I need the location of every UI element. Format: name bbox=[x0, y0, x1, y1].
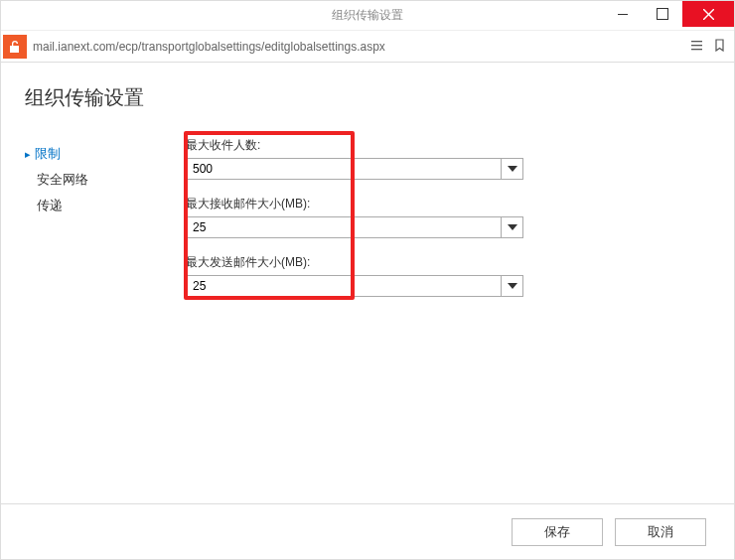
field-max-send-size: 最大发送邮件大小(MB): bbox=[186, 254, 710, 297]
dropdown-max-receive-size[interactable] bbox=[502, 216, 523, 238]
maximize-button[interactable] bbox=[643, 1, 682, 27]
minimize-button[interactable] bbox=[603, 1, 643, 27]
window-title: 组织传输设置 bbox=[332, 7, 403, 24]
label-max-recipients: 最大收件人数: bbox=[186, 137, 710, 154]
page-title: 组织传输设置 bbox=[25, 84, 710, 111]
unlock-icon bbox=[9, 40, 21, 54]
footer-bar: 保存 取消 bbox=[1, 503, 734, 559]
label-max-send-size: 最大发送邮件大小(MB): bbox=[186, 254, 710, 271]
input-max-recipients[interactable] bbox=[186, 158, 502, 180]
svg-rect-3 bbox=[691, 45, 702, 46]
close-icon bbox=[703, 9, 714, 20]
field-max-recipients: 最大收件人数: bbox=[186, 137, 710, 180]
url-text[interactable]: mail.ianext.com/ecp/transportglobalsetti… bbox=[33, 40, 690, 54]
window-titlebar: 组织传输设置 bbox=[1, 1, 734, 31]
window-controls bbox=[603, 1, 734, 27]
svg-rect-4 bbox=[691, 49, 702, 50]
cancel-button[interactable]: 取消 bbox=[615, 518, 706, 546]
input-max-send-size[interactable] bbox=[186, 275, 502, 297]
reader-mode-icon[interactable] bbox=[690, 39, 703, 55]
form-panel: 最大收件人数: 最大接收邮件大小(MB): 最大发送邮件大小(MB): bbox=[174, 137, 710, 313]
site-identity-button[interactable] bbox=[3, 35, 27, 59]
sidebar-nav: 限制 安全网络 传递 bbox=[25, 137, 174, 313]
content-area: 组织传输设置 限制 安全网络 传递 最大收件人数: 最大接收邮件大小(MB): bbox=[1, 63, 734, 503]
address-bar: mail.ianext.com/ecp/transportglobalsetti… bbox=[1, 31, 734, 63]
bookmark-icon[interactable] bbox=[713, 39, 726, 55]
field-max-receive-size: 最大接收邮件大小(MB): bbox=[186, 196, 710, 238]
label-max-receive-size: 最大接收邮件大小(MB): bbox=[186, 196, 710, 212]
svg-rect-2 bbox=[691, 41, 702, 42]
addressbar-right-icons bbox=[690, 39, 726, 55]
dropdown-max-recipients[interactable] bbox=[502, 158, 523, 180]
sidebar-item-limits[interactable]: 限制 bbox=[25, 141, 174, 167]
close-button[interactable] bbox=[682, 1, 734, 27]
sidebar-item-safety-net[interactable]: 安全网络 bbox=[25, 167, 174, 193]
sidebar-item-delivery[interactable]: 传递 bbox=[25, 193, 174, 218]
input-max-receive-size[interactable] bbox=[186, 216, 502, 238]
save-button[interactable]: 保存 bbox=[512, 518, 603, 546]
dropdown-max-send-size[interactable] bbox=[502, 275, 523, 297]
